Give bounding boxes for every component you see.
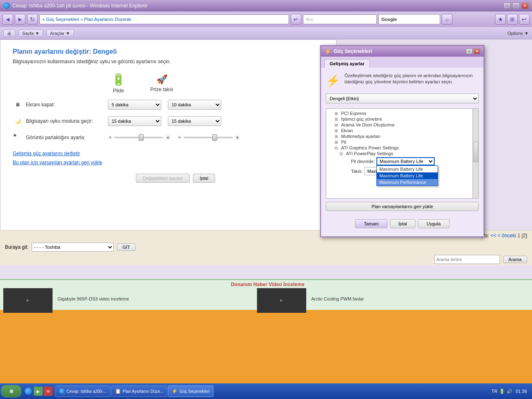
print-button[interactable]: 🖨: [3, 30, 15, 37]
screen-off-label: Ekranı kapat:: [26, 102, 108, 108]
taskbar-item-guc[interactable]: ⚡ Güç Seçenekleri: [168, 385, 213, 397]
tree-scrollbar[interactable]: [472, 109, 478, 198]
refresh-button[interactable]: ↻: [27, 14, 38, 25]
links-section: Gelişmiş güç ayarlarını değiştir Bu plan…: [13, 151, 324, 165]
reset-plan-button[interactable]: Plan varsayılanlarını geri yükle: [326, 202, 479, 211]
title-bar-buttons: ─ □ ✕: [503, 2, 529, 9]
bright-sun-icon: ☀: [165, 134, 171, 142]
tree-islemci-label: İşlemci güç yönetimi: [341, 117, 382, 122]
tree-arama[interactable]: ⊞ Arama Ve Dizin Oluşturma: [328, 122, 477, 128]
taskbar-label-3: Güç Seçenekleri: [179, 389, 209, 394]
search-input[interactable]: [434, 255, 500, 264]
expand-icon: ⊞: [335, 128, 339, 133]
title-bar: Cevap: tshiba a200-1ah pil suresi - Wind…: [0, 0, 532, 11]
battery-slider-thumb[interactable]: [139, 134, 144, 141]
plugged-slider-track[interactable]: [183, 137, 233, 138]
favorites-button[interactable]: ★: [495, 14, 506, 25]
google-search-button[interactable]: ⌕: [442, 14, 452, 25]
tree-pil[interactable]: ⊞ Pil: [328, 139, 477, 145]
screen-off-battery-select[interactable]: 5 dakika 10 dakika 15 dakika Hiçbir zama…: [108, 100, 161, 110]
video-label-2: Arctic Cooling PWM fanlar: [311, 296, 364, 301]
pil-dropdown-container: Maximum Battery Life Maximum Performance…: [376, 157, 435, 165]
guc-help-button[interactable]: ?: [466, 48, 472, 54]
taskbar-item-plan[interactable]: 📋 Plan Ayarlarını Düze...: [111, 385, 167, 397]
expand-icon: ⊞: [335, 134, 339, 139]
video-section: Donanım Haber Video İnceleme ▶ Gigabyte …: [0, 279, 532, 310]
history-button[interactable]: ↩: [519, 14, 530, 25]
google-search[interactable]: Google: [378, 14, 440, 24]
taskbar-item-cevap[interactable]: Cevap: tshiba a200-...: [55, 385, 110, 397]
screen-icon: 🖥: [13, 100, 23, 110]
apply-button[interactable]: Uygula: [418, 219, 449, 228]
option-max-battery-2[interactable]: Maximum Battery Life: [377, 172, 438, 179]
tree-scrollthumb[interactable]: [473, 142, 478, 162]
power-headers: 🔋 Pilde 🚀 Prize takılı: [111, 73, 324, 94]
goto-select[interactable]: - - - - Toshiba: [32, 243, 114, 252]
expand-icon: ⊞: [335, 123, 339, 127]
feeds-button[interactable]: ⊞: [507, 14, 518, 25]
battery-slider-track[interactable]: [114, 137, 163, 138]
sleep-plugged-select[interactable]: 5 dakika 10 dakika 15 dakika Hiçbir zama…: [168, 116, 221, 126]
page-button[interactable]: Sayfa ▼: [18, 30, 43, 37]
search-placeholder: Ara: [306, 17, 313, 22]
goto-button[interactable]: GİT: [117, 243, 135, 251]
prev-page-link[interactable]: << < önceki: [491, 233, 516, 238]
sleep-battery-select[interactable]: 5 dakika 10 dakika 15 dakika Hiçbir zama…: [108, 116, 161, 126]
tree-pci-express[interactable]: ⊞ PCI Express: [328, 110, 477, 116]
search-bar[interactable]: Ara: [303, 14, 377, 24]
go-button[interactable]: ↵: [291, 14, 301, 25]
takili-label: Takılı:: [351, 169, 363, 174]
back-button[interactable]: ◄: [2, 14, 13, 25]
pil-devrede-select[interactable]: Maximum Battery Life Maximum Performance: [376, 157, 435, 165]
mail-icon[interactable]: ✉: [44, 387, 53, 396]
gelismis-tab[interactable]: Gelişmiş ayarlar: [324, 59, 370, 68]
ie-taskbar-icon[interactable]: [24, 387, 33, 396]
guc-body: ⚡ Özelleştirmek istediğiniz güç planını …: [321, 68, 484, 236]
guc-dialog-title-bar: ⚡ Güç Seçenekleri ? ✕: [321, 46, 484, 57]
taskbar-label-2: Plan Ayarlarını Düze...: [123, 389, 163, 394]
screen-off-plugged-select[interactable]: 5 dakika 10 dakika 15 dakika Hiçbir zama…: [168, 100, 221, 110]
guc-cancel-button[interactable]: İptal: [390, 219, 416, 228]
tools-button[interactable]: Araçlar ▼: [46, 30, 74, 37]
maximize-button[interactable]: □: [512, 2, 520, 9]
ok-button[interactable]: Tamam: [355, 219, 387, 228]
forward-button[interactable]: ►: [15, 14, 25, 25]
pil-dropdown-popup: Maximum Battery Life Maximum Battery Lif…: [376, 165, 438, 186]
video-label-1: Gigabyte 965P-DS3 video inceleme: [57, 296, 129, 301]
guc-close-button[interactable]: ✕: [474, 48, 480, 54]
tree-arama-label: Arama Ve Dizin Oluşturma: [341, 122, 394, 127]
cancel-button[interactable]: İptal: [193, 174, 216, 183]
minimize-button[interactable]: ─: [503, 2, 511, 9]
ie-icon-tiny: [59, 388, 65, 394]
guc-plan-select[interactable]: Dengeli [Etkin] Güç tasarrufu Yüksek per…: [326, 94, 479, 103]
start-button[interactable]: ⊞: [1, 385, 21, 397]
guc-footer: Tamam İptal Uygula: [326, 219, 479, 232]
tree-ati-graphics[interactable]: ⊟ ATI Graphics Power Settings: [328, 145, 477, 151]
pil-devrede-label: Pil devrede:: [351, 159, 375, 164]
plugged-slider-thumb[interactable]: [212, 134, 217, 141]
screen-off-row: 🖥 Ekranı kapat: 5 dakika 10 dakika 15 da…: [13, 100, 324, 110]
close-button[interactable]: ✕: [521, 2, 529, 9]
save-changes-button[interactable]: Değişiklikleri kaydet: [136, 174, 190, 183]
system-tray: TR 🔋 🔊 01:36: [491, 389, 531, 394]
media-player-icon[interactable]: ▶: [34, 387, 43, 396]
ie-icon: [3, 2, 10, 9]
tree-pil-label: Pil: [341, 140, 346, 144]
option-max-performance[interactable]: Maximum Performance: [377, 179, 438, 186]
tree-ekran[interactable]: ⊞ Ekran: [328, 128, 477, 133]
browser-title: Cevap: tshiba a200-1ah pil suresi - Wind…: [12, 3, 148, 9]
address-bar[interactable]: « Güç Seçenekleri » Plan Ayarlarını Düze…: [39, 14, 289, 24]
video-thumb-1: ▶: [3, 288, 53, 313]
search-button[interactable]: Arama: [503, 256, 527, 263]
tree-multimedya[interactable]: ⊞ Multimedya ayarları: [328, 133, 477, 139]
tree-islemci[interactable]: ⊞ İşlemci güç yönetimi: [328, 116, 477, 122]
tree-ati-powerplay[interactable]: ⊟ ATI PowerPlay Settings: [328, 151, 477, 156]
options-button[interactable]: Options ▼: [507, 31, 529, 36]
advanced-settings-link[interactable]: Gelişmiş güç ayarlarını değiştir: [13, 151, 324, 156]
expand-icon: ⊞: [335, 111, 339, 116]
guc-tab-bar: Gelişmiş ayarlar: [321, 57, 484, 68]
tree-ekran-label: Ekran: [341, 128, 353, 133]
clock: 01:36: [514, 389, 529, 394]
option-max-battery-1[interactable]: Maximum Battery Life: [377, 166, 438, 172]
restore-defaults-link[interactable]: Bu plan için varsayılan ayarları geri yü…: [13, 160, 324, 165]
